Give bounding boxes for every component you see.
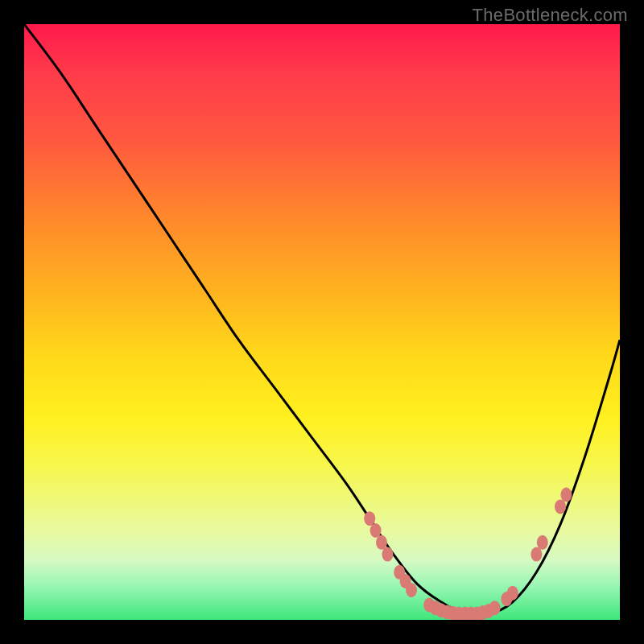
chart-svg	[24, 24, 620, 620]
curve-marker	[537, 535, 548, 550]
curve-marker	[560, 488, 572, 502]
curve-markers	[364, 488, 572, 620]
curve-marker	[370, 523, 382, 538]
plot-area	[24, 24, 620, 620]
curve-marker	[406, 583, 417, 597]
bottleneck-curve-line	[24, 24, 620, 616]
curve-marker	[489, 601, 501, 615]
watermark-text: TheBottleneck.com	[473, 5, 628, 26]
curve-marker	[507, 586, 518, 601]
curve-marker	[555, 499, 566, 514]
curve-marker	[382, 547, 393, 562]
curve-marker	[364, 511, 375, 526]
curve-marker	[376, 535, 387, 550]
curve-marker	[530, 547, 542, 562]
